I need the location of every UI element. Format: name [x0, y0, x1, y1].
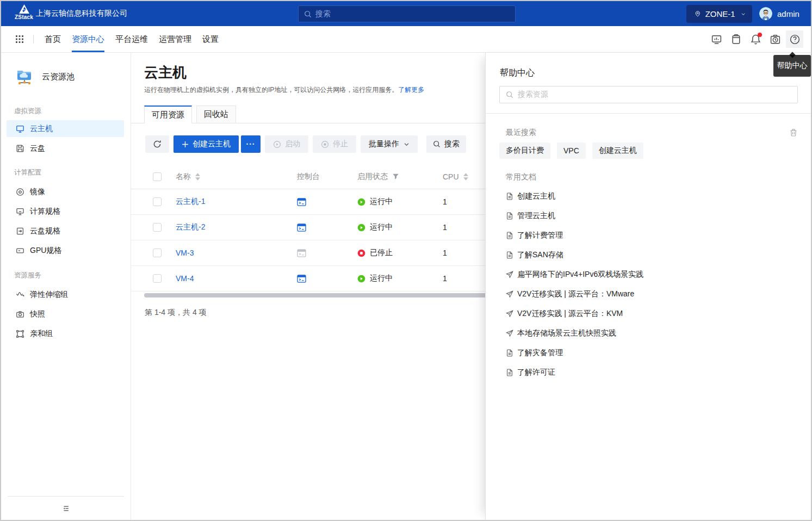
doc-link[interactable]: V2V迁移实践 | 源云平台：KVM — [506, 304, 811, 324]
send-icon — [506, 290, 513, 298]
filter-icon[interactable] — [392, 173, 399, 180]
sidebar-item-snapshots[interactable]: 快照 — [7, 306, 124, 322]
affinity-group-icon — [16, 330, 24, 338]
recent-tag[interactable]: 多价目计费 — [499, 142, 550, 159]
document-icon — [506, 212, 513, 220]
sort-icon[interactable] — [195, 173, 200, 181]
topbar: ZStack 上海云轴信息科技有限公司 搜索 ZONE-1 admin — [1, 1, 811, 26]
menu-item-resource-center[interactable]: 资源中心 — [72, 26, 104, 52]
sidebar-item-volumes[interactable]: 云盘 — [7, 140, 124, 157]
vm-name-link[interactable]: 云主机-1 — [176, 197, 205, 207]
console-icon[interactable] — [297, 198, 306, 206]
help-icon[interactable] — [786, 30, 803, 48]
status-text: 运行中 — [370, 274, 393, 283]
doc-link[interactable]: 创建云主机 — [506, 187, 811, 206]
console-icon[interactable] — [297, 275, 306, 283]
status-running-icon — [357, 275, 365, 283]
vm-name-link[interactable]: VM-3 — [176, 249, 194, 257]
monitor-spec-icon — [16, 207, 24, 216]
menu-item-platform-ops[interactable]: 平台运维 — [115, 26, 148, 52]
sidebar-item-images[interactable]: 镜像 — [7, 183, 124, 200]
file-arrow-icon — [16, 227, 24, 235]
sidebar-item-label: 快照 — [30, 309, 45, 319]
username[interactable]: admin — [777, 1, 799, 26]
sidebar-footer — [8, 496, 124, 520]
table-search-button[interactable]: 搜索 — [426, 135, 466, 153]
vm-name-link[interactable]: VM-4 — [176, 274, 194, 283]
sidebar-item-autoscaling-groups[interactable]: 弹性伸缩组 — [7, 286, 124, 303]
apps-grid-icon[interactable] — [15, 35, 24, 44]
zstack-logo-text: ZStack — [15, 14, 33, 20]
sidebar-group-resource-services: 资源服务 — [14, 271, 131, 280]
stop-button[interactable]: 停止 — [313, 135, 356, 153]
doc-link[interactable]: 扁平网络下的IPv4+IPv6双栈场景实践 — [506, 265, 811, 284]
doc-link[interactable]: 管理云主机 — [506, 206, 811, 226]
trash-icon[interactable] — [789, 128, 798, 137]
learn-more-link[interactable]: 了解更多 — [398, 86, 424, 94]
cloud-pool-icon — [16, 69, 33, 85]
global-search-input[interactable]: 搜索 — [298, 5, 516, 22]
menu-item-settings[interactable]: 设置 — [202, 26, 219, 52]
chevron-down-icon — [741, 11, 746, 17]
recent-search-label: 最近搜索 — [506, 128, 536, 138]
notification-badge — [758, 33, 762, 37]
help-tooltip-text: 帮助中心 — [777, 61, 808, 71]
row-checkbox[interactable] — [153, 197, 162, 206]
company-name: 上海云轴信息科技有限公司 — [36, 1, 127, 26]
console-icon[interactable] — [297, 224, 306, 232]
console-icon[interactable] — [297, 249, 306, 257]
avatar[interactable] — [759, 7, 772, 20]
help-search-input[interactable]: 搜索资源 — [499, 86, 798, 103]
sidebar-item-vm-instances[interactable]: 云主机 — [7, 120, 124, 137]
menu-item-operation-mgmt[interactable]: 运营管理 — [159, 26, 191, 52]
recent-tag[interactable]: 创建云主机 — [592, 142, 643, 159]
zone-selector[interactable]: ZONE-1 — [686, 5, 752, 23]
sidebar-item-disk-offerings[interactable]: 云盘规格 — [7, 222, 124, 239]
sidebar-item-label: 计算规格 — [30, 207, 60, 216]
doc-link[interactable]: 本地存储场景云主机快照实践 — [506, 324, 811, 343]
page-description-text: 运行在物理机上的虚拟机实例，具有独立的IP地址，可以访问公共网络，运行应用服务。 — [144, 86, 398, 94]
create-vm-button[interactable]: 创建云主机 — [173, 135, 239, 153]
batch-actions-button[interactable]: 批量操作 — [361, 135, 418, 153]
doc-link[interactable]: 了解计费管理 — [506, 226, 811, 245]
sort-icon[interactable] — [463, 173, 468, 181]
resource-pool-header: 云资源池 — [16, 69, 131, 85]
doc-label: 了解计费管理 — [517, 231, 563, 240]
menu-item-home[interactable]: 首页 — [45, 26, 61, 52]
start-button[interactable]: 启动 — [265, 135, 308, 153]
stop-circle-icon — [321, 140, 329, 148]
cpu-value: 1 — [443, 223, 447, 232]
sidebar-item-affinity-groups[interactable]: 亲和组 — [7, 325, 124, 342]
clipboard-icon[interactable] — [727, 30, 745, 48]
doc-label: 了解灾备管理 — [517, 348, 563, 358]
status-text: 已停止 — [370, 248, 393, 258]
doc-link[interactable]: 了解SAN存储 — [506, 245, 811, 265]
row-checkbox[interactable] — [153, 223, 162, 232]
doc-link[interactable]: V2V迁移实践 | 源云平台：VMware — [506, 284, 811, 304]
column-name: 名称 — [176, 172, 191, 182]
operation-history-icon[interactable] — [766, 30, 784, 48]
select-all-checkbox[interactable] — [153, 172, 162, 181]
tab-available-resources[interactable]: 可用资源 — [144, 106, 192, 123]
start-label: 启动 — [285, 139, 300, 149]
notifications-bell-icon[interactable] — [747, 30, 764, 48]
recent-tag[interactable]: VPC — [557, 142, 586, 159]
doc-link[interactable]: 了解许可证 — [506, 363, 811, 382]
sidebar-item-gpu-offerings[interactable]: GPU规格 — [7, 242, 124, 259]
row-checkbox[interactable] — [153, 274, 162, 283]
refresh-button[interactable] — [145, 135, 169, 153]
sidebar-item-label: 云主机 — [30, 124, 53, 134]
dashboard-screen-icon[interactable] — [708, 30, 725, 48]
sidebar-collapse-icon[interactable] — [61, 504, 70, 513]
row-checkbox[interactable] — [153, 249, 162, 257]
more-actions-button[interactable]: ··· — [241, 135, 261, 153]
sidebar-item-label: 镜像 — [30, 187, 45, 197]
sidebar-item-instance-offerings[interactable]: 计算规格 — [7, 203, 124, 220]
vm-name-link[interactable]: 云主机-2 — [176, 222, 205, 232]
gpu-card-icon — [16, 246, 24, 255]
search-icon — [506, 91, 513, 98]
tab-recycle-bin[interactable]: 回收站 — [196, 106, 236, 123]
sidebar-item-label: 云盘 — [30, 144, 45, 153]
document-icon — [506, 251, 513, 259]
doc-link[interactable]: 了解灾备管理 — [506, 343, 811, 363]
